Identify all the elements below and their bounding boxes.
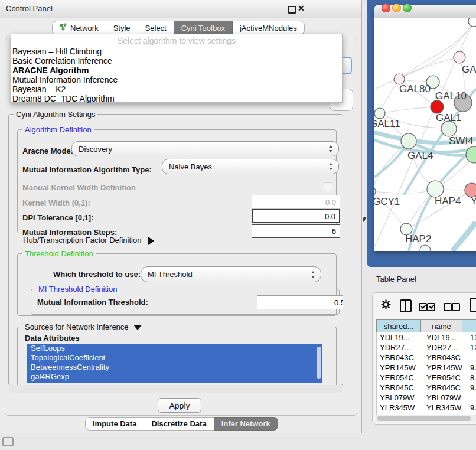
gear-icon[interactable] — [381, 299, 391, 309]
which-threshold-combo[interactable]: MI Threshold — [141, 266, 321, 282]
minimized-panel-icon[interactable] — [2, 437, 14, 446]
algorithm-item-basic-correlation-inference[interactable]: Basic Correlation Inference — [12, 56, 341, 66]
minimize-window-icon[interactable] — [392, 4, 401, 12]
table-row[interactable]: YLR345WYLR345W9. — [377, 403, 476, 413]
tab-infer-network[interactable]: Infer Network — [214, 417, 278, 431]
tab-label: Network — [70, 24, 99, 32]
column-header-shared[interactable]: shared... — [377, 319, 421, 332]
table-cell: 8. — [467, 373, 476, 383]
attribute-item-gal4rgexp[interactable]: gal4RGexp — [27, 372, 322, 381]
manual-kernel-label: Manual Kernel Width Definition — [22, 183, 136, 192]
zoom-window-icon[interactable] — [403, 4, 412, 12]
node-label-gal1: GAL1 — [436, 112, 461, 124]
node-label-y: Y — [471, 195, 476, 207]
tab-discretize-data[interactable]: Discretize Data — [144, 417, 214, 431]
attribute-item-betweennesscentrality[interactable]: BetweennessCentrality — [27, 363, 322, 372]
tab-network[interactable]: Network — [52, 21, 106, 35]
algorithm-item-bayesian-hill-climbing[interactable]: Bayesian – Hill Climbing — [12, 47, 341, 56]
threshold-definition-legend: Threshold Definition — [22, 249, 96, 258]
table-cell: YDR27... — [377, 343, 423, 353]
table-row[interactable]: YPR145WYPR145W9. — [377, 363, 476, 373]
tab-style[interactable]: Style — [106, 21, 138, 35]
kernel-width-value: 0.0 — [325, 198, 336, 207]
table-header-row: shared...nameA — [376, 319, 476, 332]
page-icon[interactable] — [470, 298, 476, 312]
algorithm-item-bayesian-k2[interactable]: Bayesian – K2 — [12, 84, 341, 94]
column-header-name[interactable]: name — [421, 319, 462, 332]
node-label-gal4: GAL4 — [407, 150, 433, 162]
hub-definition-toggle[interactable]: Hub/Transcription Factor Definition — [23, 236, 154, 245]
table-cell: YDL19... — [377, 332, 423, 343]
table-panel-title: Table Panel — [376, 275, 416, 283]
attribute-item-selfloops[interactable]: SelfLoops — [27, 344, 322, 353]
algorithm-dropdown-popup: Select algorithm to view settings Bayesi… — [11, 34, 343, 103]
table-row[interactable]: YBL079WYBL079W — [377, 393, 476, 403]
float-panel-icon[interactable] — [288, 6, 296, 14]
aracne-mode-combo[interactable]: Discovery — [71, 141, 339, 156]
hub-definition-label: Hub/Transcription Factor Definition — [23, 236, 141, 244]
table-cell: 9. — [467, 403, 476, 413]
mi-threshold-legend: MI Threshold Definition — [36, 285, 119, 294]
tab-jactivemnodules[interactable]: jActiveMNodules — [233, 21, 305, 35]
mi-steps-field[interactable]: 6 — [252, 224, 340, 238]
algorithm-dropdown-prompt: Select algorithm to view settings — [11, 36, 342, 45]
list-scrollbar-thumb[interactable] — [317, 347, 321, 379]
mi-threshold-field[interactable]: 0.5 — [257, 295, 349, 309]
table-cell: YER054C — [377, 373, 423, 383]
table-cell: YBR043C — [377, 353, 423, 363]
tab-cyni-toolbox[interactable]: Cyni Toolbox — [174, 21, 233, 35]
apply-button[interactable]: Apply — [158, 398, 201, 413]
settings-horizontal-scrollbar[interactable] — [9, 385, 342, 393]
table-row[interactable]: YBR043CYBR043C — [377, 353, 476, 363]
attribute-item-topologicalcoefficient[interactable]: TopologicalCoefficient — [27, 353, 322, 363]
column-header-a[interactable]: A — [462, 319, 476, 332]
node-label-swi4: SWI4 — [449, 135, 474, 147]
mi-type-combo[interactable]: Naive Bayes — [162, 159, 339, 174]
close-panel-icon[interactable]: ✕ — [298, 4, 305, 13]
close-window-icon[interactable] — [382, 4, 390, 12]
deselect-all-icon[interactable] — [452, 303, 460, 311]
dpi-tolerance-label: DPI Tolerance [0,1]: — [22, 213, 93, 222]
algorithm-item-dream8-dc-tdc-algorithm[interactable]: Dream8 DC_TDC Algorithm — [12, 94, 341, 103]
table-cell: YPR145W — [423, 363, 467, 373]
table-panel: shared...nameA YDL19...YDL19...13YDR27..… — [372, 292, 476, 425]
algorithm-item-aracne-algorithm[interactable]: ARACNE Algorithm — [12, 66, 341, 75]
table-horizontal-scrollbar[interactable] — [376, 415, 476, 422]
table-cell — [467, 393, 476, 403]
table-body: YDL19...YDL19...13YDR27...YDR27...12YBR0… — [376, 332, 476, 415]
data-attributes-list[interactable]: SelfLoopsTopologicalCoefficientBetweenne… — [27, 344, 322, 383]
network-canvas[interactable]: GALGAL80GAL10GAL1GAL11GAL4SWI4GCY1HAP4YH… — [374, 18, 476, 251]
combo-stepper-icon — [329, 163, 333, 170]
aracne-mode-label: Aracne Mode: — [22, 146, 73, 155]
settings-vertical-scrollbar[interactable] — [343, 114, 351, 384]
algorithm-definition-legend: Algorithm Definition — [22, 125, 94, 134]
select-all-icon[interactable] — [419, 303, 427, 311]
tab-select[interactable]: Select — [138, 21, 174, 35]
table-cell: YBR045C — [377, 383, 423, 393]
table-row[interactable]: YBR045CYBR045C9. — [377, 383, 476, 393]
node-label-gal: GAL — [462, 64, 476, 76]
select-all-icon[interactable] — [427, 303, 435, 311]
split-columns-icon[interactable] — [400, 299, 412, 312]
algorithm-item-mutual-information-inference[interactable]: Mutual Information Inference — [12, 75, 341, 84]
table-row[interactable]: YDR27...YDR27...12 — [377, 343, 476, 353]
tab-label: Select — [145, 24, 167, 32]
tab-impute-data[interactable]: Impute Data — [85, 417, 144, 431]
mi-threshold-group: MI Threshold Definition Mutual Informati… — [31, 289, 340, 315]
algorithm-list: Bayesian – Hill ClimbingBasic Correlatio… — [12, 47, 341, 103]
network-labels: GALGAL80GAL10GAL1GAL11GAL4SWI4GCY1HAP4YH… — [374, 18, 476, 251]
mi-type-label: Mutual Information Algorithm Type: — [22, 165, 152, 174]
dpi-tolerance-field[interactable]: 0.0 — [252, 209, 340, 223]
table-cell: YER054C — [423, 373, 467, 383]
table-row[interactable]: YDL19...YDL19...13 — [377, 332, 476, 343]
tab-label: Cyni Toolbox — [181, 24, 225, 32]
manual-kernel-checkbox[interactable] — [324, 182, 332, 191]
table-row[interactable]: YER054CYER054C8. — [377, 373, 476, 383]
table-panel-separator — [367, 269, 476, 269]
table-scrollbar-thumb[interactable] — [377, 416, 471, 421]
table-cell: 12 — [467, 343, 476, 353]
table-cell: YBL079W — [423, 393, 467, 403]
deselect-all-icon[interactable] — [444, 303, 452, 311]
kernel-width-field[interactable]: 0.0 — [252, 195, 340, 209]
table-cell: YBR045C — [423, 383, 467, 393]
